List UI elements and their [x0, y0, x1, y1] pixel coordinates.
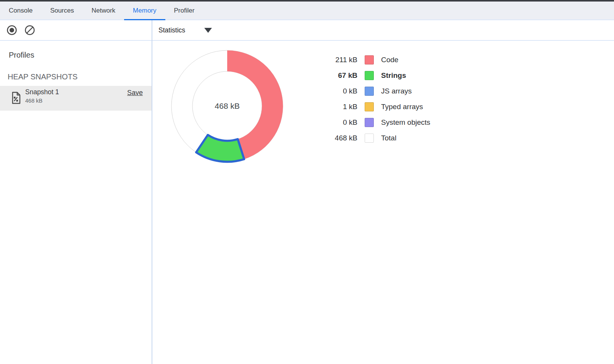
- panel-split-divider[interactable]: [152, 20, 152, 364]
- heap-snapshots-section-heading: HEAP SNAPSHOTS: [8, 72, 78, 81]
- clear-profiles-button[interactable]: [24, 24, 36, 36]
- legend-value: 1 kB: [325, 103, 357, 111]
- heap-snapshot-file-icon: [11, 92, 21, 106]
- save-snapshot-link[interactable]: Save: [127, 89, 143, 97]
- legend-label: JS arrays: [381, 87, 412, 95]
- record-heap-snapshot-button[interactable]: [6, 24, 18, 36]
- legend-swatch-icon: [365, 102, 374, 111]
- legend-row-system-objects: 0 kBSystem objects: [325, 114, 430, 130]
- record-icon: [6, 31, 18, 37]
- legend-value: 67 kB: [325, 71, 357, 80]
- legend-swatch-icon: [365, 71, 374, 80]
- legend-value: 211 kB: [325, 56, 357, 64]
- toolbar: Statistics: [0, 20, 614, 41]
- panel-tabbar: ConsoleSourcesNetworkMemoryProfiler: [0, 2, 614, 20]
- clear-icon: [24, 31, 36, 37]
- legend-value: 0 kB: [325, 118, 357, 127]
- legend-row-code: 211 kBCode: [325, 52, 430, 68]
- legend-swatch-icon: [365, 134, 374, 143]
- dropdown-triangle-icon: [204, 28, 212, 33]
- legend-swatch-icon: [365, 55, 374, 64]
- profiles-sidebar: Profiles HEAP SNAPSHOTS Snapshot 1 468 k…: [0, 41, 152, 364]
- tab-memory[interactable]: Memory: [124, 2, 165, 19]
- legend-row-total: 468 kBTotal: [325, 130, 430, 146]
- chart-segment-strings[interactable]: [196, 135, 244, 162]
- tab-network[interactable]: Network: [83, 2, 124, 19]
- legend-swatch-icon: [365, 118, 374, 127]
- legend-row-strings: 67 kBStrings: [325, 68, 430, 83]
- legend-label: System objects: [381, 118, 430, 127]
- legend-value: 0 kB: [325, 87, 357, 95]
- legend-row-typed-arrays: 1 kBTyped arrays: [325, 99, 430, 114]
- legend-value: 468 kB: [325, 134, 357, 142]
- legend-label: Typed arrays: [381, 103, 423, 111]
- profiles-heading: Profiles: [9, 51, 34, 60]
- legend-label: Code: [381, 56, 398, 64]
- tab-profiler[interactable]: Profiler: [165, 2, 204, 19]
- legend-label: Total: [381, 134, 396, 142]
- statistics-view: 468 kB 211 kBCode67 kBStrings0 kBJS arra…: [152, 41, 614, 364]
- perspective-select[interactable]: Statistics: [158, 20, 212, 40]
- donut-center-total: 468 kB: [189, 100, 265, 112]
- sidebar-item-snapshot-1[interactable]: Snapshot 1 468 kB Save: [0, 86, 152, 111]
- devtools-window: ConsoleSourcesNetworkMemoryProfiler Stat…: [0, 0, 614, 364]
- tab-sources[interactable]: Sources: [41, 2, 82, 19]
- snapshot-size: 468 kB: [25, 98, 42, 104]
- chart-legend: 211 kBCode67 kBStrings0 kBJS arrays1 kBT…: [325, 52, 430, 146]
- perspective-select-value: Statistics: [158, 26, 185, 34]
- snapshot-title: Snapshot 1: [25, 88, 59, 96]
- tab-console[interactable]: Console: [0, 2, 41, 19]
- legend-label: Strings: [381, 71, 406, 80]
- legend-swatch-icon: [365, 87, 374, 96]
- legend-row-js-arrays: 0 kBJS arrays: [325, 83, 430, 99]
